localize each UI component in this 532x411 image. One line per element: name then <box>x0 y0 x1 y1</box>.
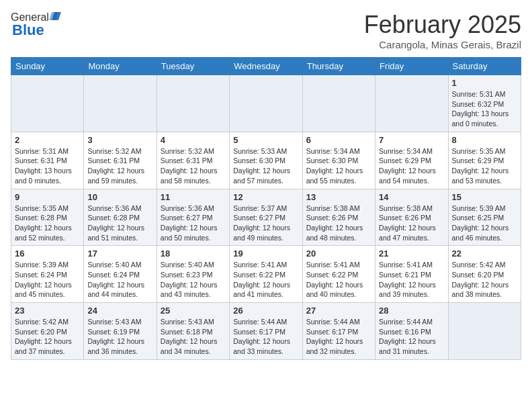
calendar-day-cell <box>230 75 302 132</box>
calendar-title: February 2025 <box>364 11 521 39</box>
calendar-week-row: 9Sunrise: 5:35 AM Sunset: 6:28 PM Daylig… <box>11 189 521 246</box>
page-header: General Blue February 2025 Carangola, Mi… <box>11 11 521 50</box>
day-info: Sunrise: 5:40 AM Sunset: 6:23 PM Dayligh… <box>161 260 226 300</box>
day-number: 24 <box>87 306 152 316</box>
weekday-header-sunday: Sunday <box>11 58 84 75</box>
day-info: Sunrise: 5:35 AM Sunset: 6:29 PM Dayligh… <box>452 146 517 186</box>
calendar-day-cell: 22Sunrise: 5:42 AM Sunset: 6:20 PM Dayli… <box>448 246 521 303</box>
day-number: 27 <box>306 306 371 316</box>
day-number: 7 <box>379 135 444 145</box>
day-number: 8 <box>452 135 517 145</box>
day-number: 22 <box>452 248 517 259</box>
calendar-day-cell: 15Sunrise: 5:39 AM Sunset: 6:25 PM Dayli… <box>448 189 521 246</box>
day-info: Sunrise: 5:41 AM Sunset: 6:22 PM Dayligh… <box>233 260 298 300</box>
day-number: 9 <box>15 192 80 202</box>
calendar-day-cell: 18Sunrise: 5:40 AM Sunset: 6:23 PM Dayli… <box>157 246 229 303</box>
calendar-day-cell <box>11 75 84 132</box>
day-number: 12 <box>233 192 298 202</box>
calendar-day-cell: 3Sunrise: 5:32 AM Sunset: 6:31 PM Daylig… <box>84 132 157 189</box>
day-number: 1 <box>452 78 517 88</box>
day-info: Sunrise: 5:44 AM Sunset: 6:17 PM Dayligh… <box>306 317 371 357</box>
day-number: 23 <box>15 306 80 316</box>
logo: General Blue <box>11 11 61 39</box>
calendar-day-cell: 2Sunrise: 5:31 AM Sunset: 6:31 PM Daylig… <box>11 132 84 189</box>
day-info: Sunrise: 5:40 AM Sunset: 6:24 PM Dayligh… <box>87 260 152 300</box>
day-number: 13 <box>306 192 371 202</box>
calendar-day-cell <box>302 75 375 132</box>
day-number: 18 <box>161 248 226 259</box>
calendar-day-cell: 21Sunrise: 5:41 AM Sunset: 6:21 PM Dayli… <box>375 246 448 303</box>
day-info: Sunrise: 5:44 AM Sunset: 6:17 PM Dayligh… <box>233 317 298 357</box>
day-info: Sunrise: 5:39 AM Sunset: 6:24 PM Dayligh… <box>15 260 80 300</box>
calendar-day-cell: 16Sunrise: 5:39 AM Sunset: 6:24 PM Dayli… <box>11 246 84 303</box>
day-number: 10 <box>87 192 152 202</box>
calendar-week-row: 1Sunrise: 5:31 AM Sunset: 6:32 PM Daylig… <box>11 75 521 132</box>
day-info: Sunrise: 5:44 AM Sunset: 6:16 PM Dayligh… <box>379 317 444 357</box>
day-info: Sunrise: 5:33 AM Sunset: 6:30 PM Dayligh… <box>233 146 298 186</box>
weekday-header-thursday: Thursday <box>302 58 375 75</box>
day-info: Sunrise: 5:32 AM Sunset: 6:31 PM Dayligh… <box>87 146 152 186</box>
calendar-day-cell: 7Sunrise: 5:34 AM Sunset: 6:29 PM Daylig… <box>375 132 448 189</box>
calendar-day-cell: 17Sunrise: 5:40 AM Sunset: 6:24 PM Dayli… <box>84 246 157 303</box>
weekday-header-tuesday: Tuesday <box>157 58 229 75</box>
calendar-day-cell: 26Sunrise: 5:44 AM Sunset: 6:17 PM Dayli… <box>230 303 302 360</box>
calendar-day-cell: 27Sunrise: 5:44 AM Sunset: 6:17 PM Dayli… <box>302 303 375 360</box>
calendar-day-cell: 10Sunrise: 5:36 AM Sunset: 6:28 PM Dayli… <box>84 189 157 246</box>
calendar-day-cell: 19Sunrise: 5:41 AM Sunset: 6:22 PM Dayli… <box>230 246 302 303</box>
day-info: Sunrise: 5:41 AM Sunset: 6:21 PM Dayligh… <box>379 260 444 300</box>
calendar-day-cell: 28Sunrise: 5:44 AM Sunset: 6:16 PM Dayli… <box>375 303 448 360</box>
day-number: 2 <box>15 135 80 145</box>
calendar-day-cell: 8Sunrise: 5:35 AM Sunset: 6:29 PM Daylig… <box>448 132 521 189</box>
day-info: Sunrise: 5:31 AM Sunset: 6:32 PM Dayligh… <box>452 89 517 129</box>
calendar-week-row: 2Sunrise: 5:31 AM Sunset: 6:31 PM Daylig… <box>11 132 521 189</box>
day-number: 11 <box>161 192 226 202</box>
calendar-day-cell: 20Sunrise: 5:41 AM Sunset: 6:22 PM Dayli… <box>302 246 375 303</box>
calendar-subtitle: Carangola, Minas Gerais, Brazil <box>364 39 521 50</box>
day-info: Sunrise: 5:38 AM Sunset: 6:26 PM Dayligh… <box>306 203 371 243</box>
day-info: Sunrise: 5:43 AM Sunset: 6:18 PM Dayligh… <box>161 317 226 357</box>
day-info: Sunrise: 5:38 AM Sunset: 6:26 PM Dayligh… <box>379 203 444 243</box>
calendar-day-cell <box>157 75 229 132</box>
day-number: 25 <box>161 306 226 316</box>
calendar-day-cell: 1Sunrise: 5:31 AM Sunset: 6:32 PM Daylig… <box>448 75 521 132</box>
weekday-header-friday: Friday <box>375 58 448 75</box>
calendar-day-cell: 9Sunrise: 5:35 AM Sunset: 6:28 PM Daylig… <box>11 189 84 246</box>
day-number: 20 <box>306 248 371 259</box>
weekday-header-wednesday: Wednesday <box>230 58 302 75</box>
calendar-day-cell: 5Sunrise: 5:33 AM Sunset: 6:30 PM Daylig… <box>230 132 302 189</box>
day-number: 16 <box>15 248 80 259</box>
day-number: 17 <box>87 248 152 259</box>
weekday-header-saturday: Saturday <box>448 58 521 75</box>
calendar-day-cell: 24Sunrise: 5:43 AM Sunset: 6:19 PM Dayli… <box>84 303 157 360</box>
day-info: Sunrise: 5:31 AM Sunset: 6:31 PM Dayligh… <box>15 146 80 186</box>
calendar-day-cell <box>375 75 448 132</box>
day-info: Sunrise: 5:41 AM Sunset: 6:22 PM Dayligh… <box>306 260 371 300</box>
day-number: 26 <box>233 306 298 316</box>
calendar-week-row: 23Sunrise: 5:42 AM Sunset: 6:20 PM Dayli… <box>11 303 521 360</box>
day-number: 14 <box>379 192 444 202</box>
title-area: February 2025 Carangola, Minas Gerais, B… <box>364 11 521 50</box>
calendar-week-row: 16Sunrise: 5:39 AM Sunset: 6:24 PM Dayli… <box>11 246 521 303</box>
calendar-day-cell: 4Sunrise: 5:32 AM Sunset: 6:31 PM Daylig… <box>157 132 229 189</box>
day-info: Sunrise: 5:39 AM Sunset: 6:25 PM Dayligh… <box>452 203 517 243</box>
day-number: 5 <box>233 135 298 145</box>
calendar-day-cell <box>448 303 521 360</box>
day-number: 19 <box>233 248 298 259</box>
calendar-day-cell: 25Sunrise: 5:43 AM Sunset: 6:18 PM Dayli… <box>157 303 229 360</box>
day-info: Sunrise: 5:37 AM Sunset: 6:27 PM Dayligh… <box>233 203 298 243</box>
day-number: 4 <box>161 135 226 145</box>
calendar-table: SundayMondayTuesdayWednesdayThursdayFrid… <box>11 57 521 360</box>
weekday-header-monday: Monday <box>84 58 157 75</box>
calendar-day-cell <box>84 75 157 132</box>
calendar-day-cell: 12Sunrise: 5:37 AM Sunset: 6:27 PM Dayli… <box>230 189 302 246</box>
day-number: 3 <box>87 135 152 145</box>
day-info: Sunrise: 5:35 AM Sunset: 6:28 PM Dayligh… <box>15 203 80 243</box>
day-info: Sunrise: 5:42 AM Sunset: 6:20 PM Dayligh… <box>452 260 517 300</box>
day-info: Sunrise: 5:32 AM Sunset: 6:31 PM Dayligh… <box>161 146 226 186</box>
day-number: 28 <box>379 306 444 316</box>
calendar-day-cell: 11Sunrise: 5:36 AM Sunset: 6:27 PM Dayli… <box>157 189 229 246</box>
calendar-day-cell: 23Sunrise: 5:42 AM Sunset: 6:20 PM Dayli… <box>11 303 84 360</box>
day-info: Sunrise: 5:34 AM Sunset: 6:30 PM Dayligh… <box>306 146 371 186</box>
day-number: 15 <box>452 192 517 202</box>
logo-icon <box>49 11 61 21</box>
